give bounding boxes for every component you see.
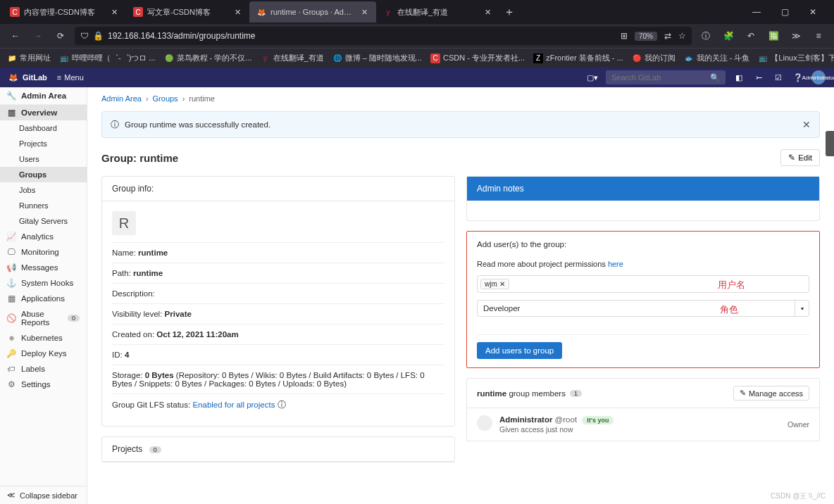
info-row: Group Git LFS status: Enabled for all pr… [112,393,444,416]
menu-button[interactable]: ≡ Menu [57,73,84,82]
more-tools-icon[interactable]: ≫ [788,27,804,44]
zoom-level[interactable]: 70% [635,32,657,41]
maximize-button[interactable]: ▢ [775,2,795,22]
breadcrumb-link[interactable]: Admin Area [101,94,142,103]
remove-chip-icon[interactable]: ✕ [499,280,505,288]
sidebar-runners[interactable]: Runners [0,198,87,213]
info-row: Description: [112,283,444,303]
sidebar-projects[interactable]: Projects [0,136,87,151]
translate2-icon[interactable]: 🈯 [765,27,782,44]
reload-button[interactable]: ⟳ [52,27,69,44]
kubernetes-icon: ⎈ [7,334,15,342]
help-icon[interactable]: ⓘ [278,401,286,409]
collapse-icon: ≪ [7,491,15,500]
issues-icon[interactable]: ◧ [733,71,745,84]
forward-button[interactable]: → [30,27,46,44]
undo-icon[interactable]: ↶ [742,27,759,44]
bookmark-item[interactable]: ZzFrontier 装备前线 - ... [533,53,623,63]
sidebar-labels[interactable]: 🏷Labels [0,361,87,377]
sidebar-applications[interactable]: ▦Applications [0,291,87,306]
edit-button[interactable]: ✎ Edit [780,149,820,166]
close-icon[interactable]: ✕ [802,119,811,130]
sidebar-messages[interactable]: 📢Messages [0,260,87,275]
url-input[interactable]: 🛡 🔒 192.168.164.133/admin/groups/runtime… [75,27,692,45]
user-chip[interactable]: wjm ✕ [480,279,509,289]
role-select[interactable]: Developer ▾ 角色 [477,300,809,317]
bookmark-item[interactable]: 📺哔哩哔哩（゜-゜)つロ ... [59,53,156,63]
info-row: Visibility level: Private [112,303,444,324]
extension-icon[interactable]: 🧩 [720,27,737,44]
app-menu-icon[interactable]: ≡ [810,27,827,44]
merge-icon[interactable]: ⤚ [752,71,765,84]
browser-tab-bar: C 内容管理-CSDN博客 ✕ C 写文章-CSDN博客 ✕ 🦊 runtime… [0,0,834,24]
sidebar-groups[interactable]: Groups [0,167,87,182]
sidebar-users[interactable]: Users [0,151,87,167]
sidebar-overview[interactable]: ▦ Overview [0,105,87,120]
close-icon[interactable]: ✕ [109,7,119,17]
bookmark-item[interactable]: 🟢菜鸟教程 - 学的不仅... [164,53,252,63]
alert-text: Group runtime was successfully created. [125,120,270,129]
permissions-link[interactable]: here [608,260,623,268]
todo-icon[interactable]: ☑ [772,71,785,84]
close-icon[interactable]: ✕ [232,7,242,17]
you-badge: It's you [582,416,614,424]
back-button[interactable]: ← [7,27,24,44]
browser-tab-2[interactable]: C 写文章-CSDN博客 ✕ [126,1,249,23]
chart-icon: 📈 [7,232,15,241]
sidebar-settings[interactable]: ⚙Settings [0,377,87,392]
close-window-button[interactable]: ✕ [803,2,823,22]
sidebar-analytics[interactable]: 📈Analytics [0,229,87,244]
user-select-input[interactable]: wjm ✕ 用户名 [477,275,809,293]
new-tab-button[interactable]: ＋ [499,2,519,22]
bookmark-star-icon[interactable]: ☆ [678,31,686,41]
close-icon[interactable]: ✕ [359,7,369,17]
panel-header: runtime group members 1 ✎ Manage access [467,379,819,408]
add-users-button[interactable]: Add users to group [477,342,562,359]
lfs-link[interactable]: Enabled for all projects [192,401,275,409]
apps-icon: ▦ [7,294,15,303]
bookmark-item[interactable]: y在线翻译_有道 [261,53,324,63]
sidebar-kubernetes[interactable]: ⎈Kubernetes [0,330,87,346]
search-input[interactable]: 🔍 [606,70,726,84]
tab-favicon: C [10,7,20,17]
expiration-input[interactable] [477,324,809,335]
breadcrumb-current: runtime [189,94,215,103]
avatar [477,415,492,431]
site-icon: 📺 [758,53,768,63]
bookmark-item[interactable]: 🔴我的订阅 [632,53,676,63]
browser-tab-1[interactable]: C 内容管理-CSDN博客 ✕ [3,1,126,23]
sidebar-monitoring[interactable]: 🖵Monitoring [0,244,87,260]
monitor-icon: 🖵 [7,248,15,256]
browser-tab-3[interactable]: 🦊 runtime · Groups · Admin Are ✕ [249,1,376,23]
user-avatar[interactable]: Administrator [811,70,826,84]
plus-icon[interactable]: ▢▾ [586,71,599,84]
sidebar-header[interactable]: 🔧 Admin Area [0,87,87,105]
bookmark-item[interactable]: 📺【Linux三剑客】下架... [758,53,834,63]
scroll-handle[interactable] [826,131,834,156]
info-icon[interactable]: ⓘ [697,27,714,44]
minimize-button[interactable]: ― [747,2,766,22]
sidebar-jobs[interactable]: Jobs [0,182,87,198]
sidebar-dashboard[interactable]: Dashboard [0,120,87,136]
sidebar-deploykeys[interactable]: 🔑Deploy Keys [0,346,87,361]
bookmark-item[interactable]: 📁常用网址 [7,53,51,63]
sidebar-abuse[interactable]: 🚫Abuse Reports0 [0,306,87,330]
sidebar-gitaly[interactable]: Gitaly Servers [0,213,87,229]
annotation: 用户名 [718,279,745,291]
count-badge: 0 [149,446,161,453]
bookmark-item[interactable]: CCSDN - 专业开发者社... [430,53,525,63]
gitlab-logo[interactable]: 🦊 GitLab [8,73,47,82]
translate-icon[interactable]: ⇄ [664,31,671,41]
gitlab-header: 🦊 GitLab ≡ Menu ▢▾ 🔍 ◧ ⤚ ☑ ❔ Administrat… [0,68,834,87]
breadcrumb-link[interactable]: Groups [153,94,178,103]
browser-tab-4[interactable]: y 在线翻译_有道 ✕ [376,1,499,23]
sidebar-hooks[interactable]: ⚓System Hooks [0,275,87,291]
bookmark-item[interactable]: 🌐微博 – 随时随地发现... [332,53,422,63]
bookmark-item[interactable]: 🐟我的关注 - 斗鱼 [684,53,750,63]
qr-icon[interactable]: ⊞ [621,31,628,41]
manage-access-link[interactable]: ✎ Manage access [733,386,809,401]
wrench-icon: 🔧 [7,92,15,100]
count-badge: 0 [68,315,80,322]
close-icon[interactable]: ✕ [483,7,492,17]
collapse-sidebar[interactable]: ≪ Collapse sidebar [0,486,87,504]
